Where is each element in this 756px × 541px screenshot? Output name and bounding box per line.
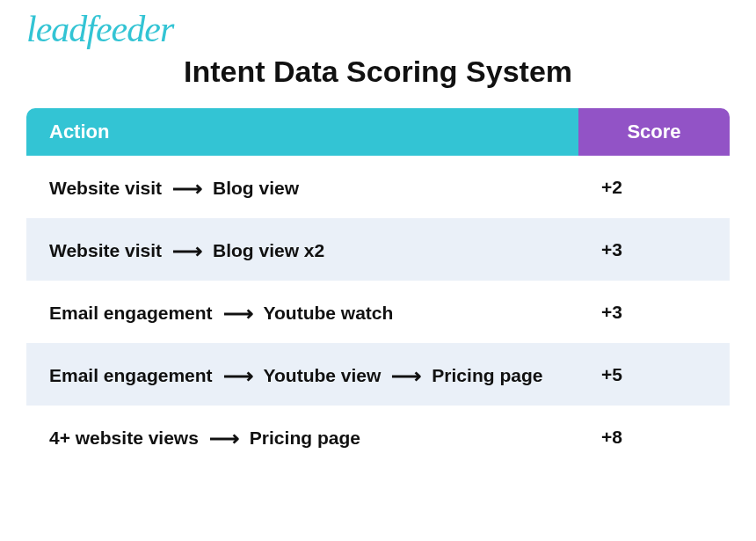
action-step: 4+ website views xyxy=(49,428,199,448)
table-row: Website visit⟶Blog view x2+3 xyxy=(26,218,730,281)
arrow-icon: ⟶ xyxy=(223,360,253,392)
table-row: Website visit⟶Blog view+2 xyxy=(26,156,730,218)
action-step: Blog view xyxy=(213,178,299,198)
action-cell: Email engagement⟶Youtube view⟶Pricing pa… xyxy=(26,343,578,406)
action-step: Blog view x2 xyxy=(213,240,324,260)
action-cell: Email engagement⟶Youtube watch xyxy=(26,281,578,343)
table-header-row: Action Score xyxy=(26,108,730,156)
table-row: Email engagement⟶Youtube watch+3 xyxy=(26,281,730,343)
page-title: Intent Data Scoring System xyxy=(26,55,730,89)
action-step: Website visit xyxy=(49,240,162,260)
brand-logo: leadfeeder xyxy=(26,11,730,48)
arrow-icon: ⟶ xyxy=(172,172,202,205)
action-step: Website visit xyxy=(49,178,162,198)
action-cell: 4+ website views⟶Pricing page xyxy=(26,406,578,468)
scoring-table: Action Score Website visit⟶Blog view+2We… xyxy=(26,108,730,468)
action-step: Email engagement xyxy=(49,365,213,385)
score-cell: +5 xyxy=(578,343,730,406)
action-cell: Website visit⟶Blog view x2 xyxy=(26,218,578,281)
action-step: Youtube watch xyxy=(264,303,394,323)
arrow-icon: ⟶ xyxy=(172,235,202,267)
action-step: Pricing page xyxy=(250,428,360,448)
score-cell: +8 xyxy=(578,406,730,468)
score-cell: +3 xyxy=(578,218,730,281)
score-cell: +2 xyxy=(578,156,730,218)
arrow-icon: ⟶ xyxy=(391,360,421,392)
table-row: Email engagement⟶Youtube view⟶Pricing pa… xyxy=(26,343,730,406)
action-step: Pricing page xyxy=(432,365,542,385)
column-header-score: Score xyxy=(578,108,730,156)
action-step: Youtube view xyxy=(264,365,382,385)
column-header-action: Action xyxy=(26,108,578,156)
action-step: Email engagement xyxy=(49,303,213,323)
arrow-icon: ⟶ xyxy=(223,297,253,330)
arrow-icon: ⟶ xyxy=(209,422,239,455)
action-cell: Website visit⟶Blog view xyxy=(26,156,578,218)
table-row: 4+ website views⟶Pricing page+8 xyxy=(26,406,730,468)
score-cell: +3 xyxy=(578,281,730,343)
